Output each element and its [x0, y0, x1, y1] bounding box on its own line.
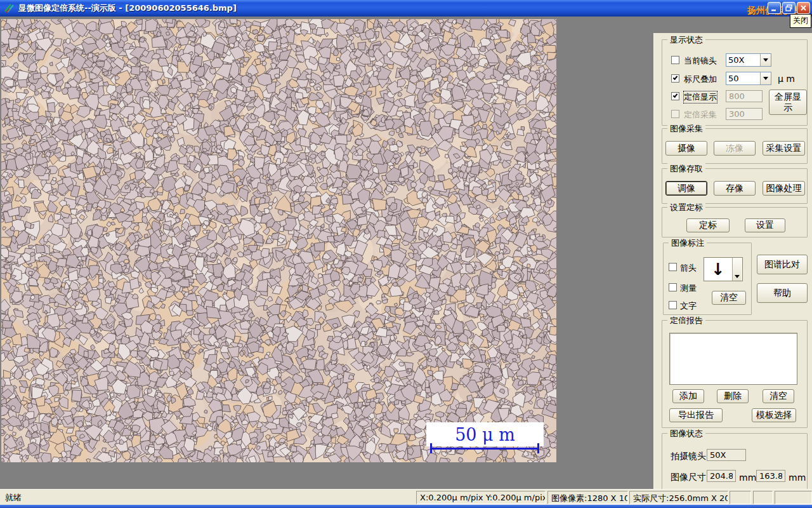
capture-title: 图像采集 — [667, 123, 705, 135]
calibration-group: 设置定标 定标 设置 — [662, 207, 808, 237]
current-lens-checkbox[interactable] — [671, 56, 679, 64]
arrow-style-glyph: ↓ — [704, 258, 732, 281]
micrograph-viewport[interactable]: 50 μ m — [1, 19, 556, 462]
arrow-style-dropdown-icon[interactable] — [732, 258, 742, 281]
shoot-lens-value[interactable] — [707, 449, 746, 461]
app-window: 显微图像定倍系统--演示版 - [20090602055646.bmp] 扬州仪… — [0, 0, 812, 508]
arrow-checkbox[interactable] — [669, 263, 677, 271]
fixed-capture-checkbox[interactable] — [671, 110, 679, 118]
current-lens-combo[interactable]: 50X — [726, 53, 771, 67]
ruler-unit-label: μ m — [778, 74, 795, 84]
report-listbox[interactable] — [669, 333, 797, 385]
current-lens-label: 当前镜头 — [684, 55, 717, 67]
status-actual-size: 实际尺寸:256.0mm X 204.8mm — [629, 491, 728, 504]
display-status-group: 显示状态 当前镜头 50X 标尺叠加 50 μ m 定倍显示 定倍采集 — [662, 39, 808, 126]
report-clear-button[interactable]: 清空 — [763, 389, 794, 403]
image-width-value[interactable] — [707, 470, 736, 482]
image-size-label: 图像尺寸 — [671, 472, 706, 483]
arrow-label: 箭头 — [680, 262, 697, 274]
fixed-capture-label: 定倍采集 — [684, 109, 717, 121]
window-title: 显微图像定倍系统--演示版 - [20090602055646.bmp] — [18, 3, 237, 14]
calibration-title: 设置定标 — [667, 202, 705, 213]
capture-group: 图像采集 摄像 冻像 采集设置 — [662, 128, 808, 164]
app-icon — [3, 3, 15, 14]
minimize-button[interactable] — [768, 2, 781, 14]
status-resolution: X:0.200μ m/pix Y:0.200μ m/pix — [416, 491, 546, 504]
current-lens-value: 50X — [726, 54, 760, 66]
fixed-display-input[interactable] — [726, 90, 763, 102]
ruler-overlay-label: 标尺叠加 — [684, 74, 717, 85]
window-bottom-edge — [0, 505, 812, 508]
storage-title: 图像存取 — [667, 163, 705, 175]
restore-button[interactable] — [782, 2, 796, 14]
image-height-unit: mm — [789, 472, 806, 483]
status-bar: 就绪 X:0.200μ m/pix Y:0.200μ m/pix 图像像素:12… — [0, 489, 812, 505]
scale-bar-label: 50 μ m — [455, 426, 515, 443]
storage-group: 图像存取 调像 存像 图像处理 — [662, 168, 808, 204]
fullscreen-button[interactable]: 全屏显示 — [769, 90, 807, 115]
report-delete-button[interactable]: 删除 — [717, 389, 749, 403]
report-title: 定倍报告 — [667, 315, 705, 326]
scale-bar-line — [430, 443, 539, 453]
fixed-display-checkbox[interactable] — [671, 92, 679, 100]
fixed-capture-input[interactable] — [726, 108, 763, 120]
ruler-overlay-value: 50 — [726, 72, 760, 84]
calibrate-button[interactable]: 定标 — [686, 218, 730, 232]
image-status-group: 图像状态 拍摄镜头 图像尺寸 mm mm — [662, 433, 808, 491]
capture-settings-button[interactable]: 采集设置 — [763, 141, 805, 156]
annotation-group: 图像标注 箭头 ↓ 测量 文字 清空 — [663, 243, 752, 315]
title-bar: 显微图像定倍系统--演示版 - [20090602055646.bmp] 扬州仪… — [0, 0, 812, 17]
close-icon — [800, 4, 807, 11]
ruler-overlay-combo[interactable]: 50 — [726, 72, 771, 85]
report-group: 定倍报告 添加 删除 清空 导出报告 模板选择 — [662, 320, 808, 428]
ruler-overlay-dropdown-icon[interactable] — [760, 72, 771, 84]
restore-icon — [785, 4, 792, 11]
settings-button[interactable]: 设置 — [745, 218, 785, 232]
status-panel-empty-3 — [775, 491, 812, 504]
measure-checkbox[interactable] — [669, 283, 677, 291]
mdi-client-area: 50 μ m 显示状态 当前镜头 50X 标尺叠加 50 — [0, 17, 812, 489]
atlas-compare-button[interactable]: 图谱比对 — [757, 255, 808, 274]
arrow-style-combo[interactable]: ↓ — [704, 257, 743, 281]
status-pixels: 图像像素:1280 X 1024 — [547, 491, 628, 504]
help-button[interactable]: 帮助 — [757, 283, 808, 303]
measure-label: 测量 — [680, 283, 697, 294]
status-ready: 就绪 — [5, 492, 22, 504]
image-height-value[interactable] — [756, 470, 785, 482]
export-report-button[interactable]: 导出报告 — [669, 408, 723, 422]
close-tooltip: 关闭 — [790, 14, 811, 28]
close-button[interactable] — [797, 2, 810, 14]
annotation-clear-button[interactable]: 清空 — [712, 291, 746, 305]
image-process-button[interactable]: 图像处理 — [763, 181, 805, 196]
micrograph-canvas[interactable] — [1, 19, 556, 462]
image-width-unit: mm — [739, 472, 756, 483]
control-panel: 显示状态 当前镜头 50X 标尺叠加 50 μ m 定倍显示 定倍采集 — [653, 33, 812, 505]
text-checkbox[interactable] — [669, 301, 677, 309]
current-lens-dropdown-icon[interactable] — [760, 54, 771, 66]
annotation-title: 图像标注 — [669, 237, 707, 249]
shoot-lens-label: 拍摄镜头 — [671, 451, 706, 462]
template-select-button[interactable]: 模板选择 — [752, 408, 796, 422]
freeze-button[interactable]: 冻像 — [714, 141, 756, 156]
load-image-button[interactable]: 调像 — [665, 181, 707, 196]
minimize-icon — [771, 4, 778, 11]
status-panel-empty-2 — [753, 491, 773, 504]
report-add-button[interactable]: 添加 — [672, 389, 704, 403]
status-panel-empty-1 — [730, 491, 751, 504]
save-image-button[interactable]: 存像 — [714, 181, 756, 196]
image-status-title: 图像状态 — [667, 428, 705, 439]
shoot-button[interactable]: 摄像 — [665, 141, 707, 156]
fixed-display-label: 定倍显示 — [684, 91, 717, 103]
ruler-overlay-checkbox[interactable] — [671, 74, 679, 83]
text-label: 文字 — [680, 300, 697, 312]
display-status-title: 显示状态 — [667, 34, 705, 46]
